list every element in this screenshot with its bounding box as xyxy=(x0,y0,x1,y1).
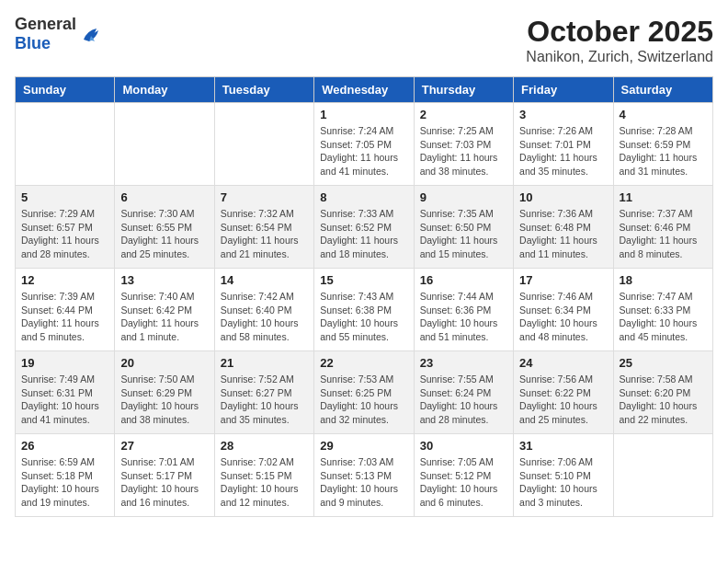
day-number: 6 xyxy=(120,190,208,204)
calendar-cell: 23Sunrise: 7:55 AM Sunset: 6:24 PM Dayli… xyxy=(414,351,513,434)
page-header: General Blue October 2025 Nanikon, Zuric… xyxy=(15,15,713,65)
day-number: 11 xyxy=(620,190,707,204)
day-number: 5 xyxy=(21,190,108,204)
day-number: 12 xyxy=(21,273,108,287)
location-title: Nanikon, Zurich, Switzerland xyxy=(526,49,713,65)
day-info: Sunrise: 7:44 AM Sunset: 6:36 PM Dayligh… xyxy=(420,290,507,344)
calendar-cell: 10Sunrise: 7:36 AM Sunset: 6:48 PM Dayli… xyxy=(514,186,613,269)
weekday-header-thursday: Thursday xyxy=(414,77,513,103)
calendar-cell: 29Sunrise: 7:03 AM Sunset: 5:13 PM Dayli… xyxy=(314,434,414,517)
day-info: Sunrise: 7:26 AM Sunset: 7:01 PM Dayligh… xyxy=(519,124,607,178)
day-number: 19 xyxy=(21,356,108,370)
calendar-cell: 17Sunrise: 7:46 AM Sunset: 6:34 PM Dayli… xyxy=(514,269,613,351)
calendar-cell: 2Sunrise: 7:25 AM Sunset: 7:03 PM Daylig… xyxy=(414,103,513,186)
calendar-cell: 8Sunrise: 7:33 AM Sunset: 6:52 PM Daylig… xyxy=(314,186,414,269)
calendar-cell: 31Sunrise: 7:06 AM Sunset: 5:10 PM Dayli… xyxy=(514,434,613,517)
day-info: Sunrise: 7:28 AM Sunset: 6:59 PM Dayligh… xyxy=(620,124,707,178)
day-info: Sunrise: 6:59 AM Sunset: 5:18 PM Dayligh… xyxy=(21,455,108,510)
weekday-header-row: SundayMondayTuesdayWednesdayThursdayFrid… xyxy=(16,77,713,103)
day-number: 16 xyxy=(420,273,507,287)
day-number: 22 xyxy=(320,356,407,370)
day-number: 15 xyxy=(320,273,407,287)
weekday-header-sunday: Sunday xyxy=(16,77,115,103)
day-number: 2 xyxy=(420,108,507,121)
calendar-cell: 5Sunrise: 7:29 AM Sunset: 6:57 PM Daylig… xyxy=(16,186,115,269)
day-number: 9 xyxy=(420,190,507,204)
calendar-cell: 26Sunrise: 6:59 AM Sunset: 5:18 PM Dayli… xyxy=(16,434,115,517)
logo-bird-icon xyxy=(78,21,104,47)
calendar-table: SundayMondayTuesdayWednesdayThursdayFrid… xyxy=(15,76,713,517)
day-info: Sunrise: 7:29 AM Sunset: 6:57 PM Dayligh… xyxy=(21,207,108,261)
calendar-cell: 30Sunrise: 7:05 AM Sunset: 5:12 PM Dayli… xyxy=(414,434,513,517)
day-number: 18 xyxy=(620,273,707,287)
day-info: Sunrise: 7:42 AM Sunset: 6:40 PM Dayligh… xyxy=(221,290,308,344)
day-number: 23 xyxy=(420,356,507,370)
calendar-week-row: 5Sunrise: 7:29 AM Sunset: 6:57 PM Daylig… xyxy=(16,186,713,269)
day-number: 30 xyxy=(420,439,507,453)
calendar-cell: 18Sunrise: 7:47 AM Sunset: 6:33 PM Dayli… xyxy=(613,269,712,351)
calendar-cell: 16Sunrise: 7:44 AM Sunset: 6:36 PM Dayli… xyxy=(414,269,513,351)
calendar-cell: 3Sunrise: 7:26 AM Sunset: 7:01 PM Daylig… xyxy=(514,103,613,186)
calendar-cell: 24Sunrise: 7:56 AM Sunset: 6:22 PM Dayli… xyxy=(514,351,613,434)
calendar-cell xyxy=(214,103,313,186)
day-info: Sunrise: 7:58 AM Sunset: 6:20 PM Dayligh… xyxy=(620,373,707,427)
day-number: 1 xyxy=(320,108,407,121)
calendar-cell: 20Sunrise: 7:50 AM Sunset: 6:29 PM Dayli… xyxy=(115,351,214,434)
calendar-cell: 6Sunrise: 7:30 AM Sunset: 6:55 PM Daylig… xyxy=(115,186,214,269)
weekday-header-tuesday: Tuesday xyxy=(214,77,313,103)
calendar-week-row: 26Sunrise: 6:59 AM Sunset: 5:18 PM Dayli… xyxy=(16,434,713,517)
calendar-cell: 25Sunrise: 7:58 AM Sunset: 6:20 PM Dayli… xyxy=(613,351,712,434)
calendar-cell: 14Sunrise: 7:42 AM Sunset: 6:40 PM Dayli… xyxy=(214,269,313,351)
day-number: 13 xyxy=(120,273,208,287)
calendar-cell: 28Sunrise: 7:02 AM Sunset: 5:15 PM Dayli… xyxy=(214,434,313,517)
weekday-header-saturday: Saturday xyxy=(613,77,712,103)
day-number: 26 xyxy=(21,439,108,453)
day-info: Sunrise: 7:25 AM Sunset: 7:03 PM Dayligh… xyxy=(420,124,507,178)
day-number: 10 xyxy=(519,190,607,204)
day-info: Sunrise: 7:30 AM Sunset: 6:55 PM Dayligh… xyxy=(120,207,208,261)
calendar-cell: 21Sunrise: 7:52 AM Sunset: 6:27 PM Dayli… xyxy=(214,351,313,434)
calendar-cell xyxy=(613,434,712,517)
day-number: 3 xyxy=(519,108,607,121)
day-number: 28 xyxy=(221,439,308,453)
calendar-cell: 13Sunrise: 7:40 AM Sunset: 6:42 PM Dayli… xyxy=(115,269,214,351)
calendar-week-row: 1Sunrise: 7:24 AM Sunset: 7:05 PM Daylig… xyxy=(16,103,713,186)
day-number: 27 xyxy=(120,439,208,453)
day-info: Sunrise: 7:32 AM Sunset: 6:54 PM Dayligh… xyxy=(221,207,308,261)
day-info: Sunrise: 7:35 AM Sunset: 6:50 PM Dayligh… xyxy=(420,207,507,261)
day-number: 8 xyxy=(320,190,407,204)
calendar-cell: 9Sunrise: 7:35 AM Sunset: 6:50 PM Daylig… xyxy=(414,186,513,269)
calendar-cell: 11Sunrise: 7:37 AM Sunset: 6:46 PM Dayli… xyxy=(613,186,712,269)
day-info: Sunrise: 7:49 AM Sunset: 6:31 PM Dayligh… xyxy=(21,373,108,427)
logo-general-text: General Blue xyxy=(15,15,76,53)
day-info: Sunrise: 7:33 AM Sunset: 6:52 PM Dayligh… xyxy=(320,207,407,261)
day-number: 31 xyxy=(519,439,607,453)
day-info: Sunrise: 7:56 AM Sunset: 6:22 PM Dayligh… xyxy=(519,373,607,427)
day-info: Sunrise: 7:52 AM Sunset: 6:27 PM Dayligh… xyxy=(221,373,308,427)
weekday-header-wednesday: Wednesday xyxy=(314,77,414,103)
weekday-header-monday: Monday xyxy=(115,77,214,103)
calendar-cell: 22Sunrise: 7:53 AM Sunset: 6:25 PM Dayli… xyxy=(314,351,414,434)
calendar-cell: 15Sunrise: 7:43 AM Sunset: 6:38 PM Dayli… xyxy=(314,269,414,351)
day-info: Sunrise: 7:43 AM Sunset: 6:38 PM Dayligh… xyxy=(320,290,407,344)
calendar-cell: 7Sunrise: 7:32 AM Sunset: 6:54 PM Daylig… xyxy=(214,186,313,269)
weekday-header-friday: Friday xyxy=(514,77,613,103)
day-info: Sunrise: 7:37 AM Sunset: 6:46 PM Dayligh… xyxy=(620,207,707,261)
day-info: Sunrise: 7:40 AM Sunset: 6:42 PM Dayligh… xyxy=(120,290,208,344)
day-info: Sunrise: 7:53 AM Sunset: 6:25 PM Dayligh… xyxy=(320,373,407,427)
day-info: Sunrise: 7:36 AM Sunset: 6:48 PM Dayligh… xyxy=(519,207,607,261)
day-number: 20 xyxy=(120,356,208,370)
day-info: Sunrise: 7:06 AM Sunset: 5:10 PM Dayligh… xyxy=(519,455,607,510)
day-number: 24 xyxy=(519,356,607,370)
calendar-cell: 1Sunrise: 7:24 AM Sunset: 7:05 PM Daylig… xyxy=(314,103,414,186)
month-title: October 2025 xyxy=(526,15,713,49)
day-info: Sunrise: 7:46 AM Sunset: 6:34 PM Dayligh… xyxy=(519,290,607,344)
day-info: Sunrise: 7:01 AM Sunset: 5:17 PM Dayligh… xyxy=(120,455,208,510)
day-info: Sunrise: 7:24 AM Sunset: 7:05 PM Dayligh… xyxy=(320,124,407,178)
day-info: Sunrise: 7:39 AM Sunset: 6:44 PM Dayligh… xyxy=(21,290,108,344)
day-number: 4 xyxy=(620,108,707,121)
calendar-cell xyxy=(16,103,115,186)
calendar-cell: 4Sunrise: 7:28 AM Sunset: 6:59 PM Daylig… xyxy=(613,103,712,186)
day-number: 17 xyxy=(519,273,607,287)
day-number: 14 xyxy=(221,273,308,287)
